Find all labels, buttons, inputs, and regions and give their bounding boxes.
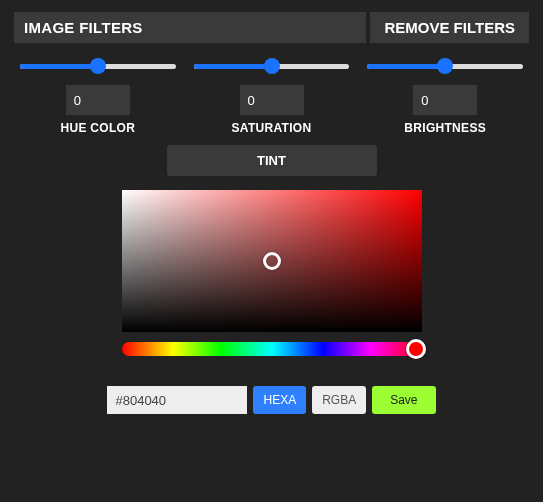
hue-slider[interactable] bbox=[20, 57, 176, 75]
saturation-label: SATURATION bbox=[232, 121, 312, 135]
remove-filters-button[interactable]: REMOVE FILTERS bbox=[370, 12, 529, 43]
rgba-mode-button[interactable]: RGBA bbox=[312, 386, 366, 414]
color-hue-thumb[interactable] bbox=[406, 339, 426, 359]
hexa-mode-button[interactable]: HEXA bbox=[253, 386, 306, 414]
saturation-slider-thumb[interactable] bbox=[264, 58, 280, 74]
save-color-button[interactable]: Save bbox=[372, 386, 435, 414]
saturation-slider-fill bbox=[194, 64, 272, 69]
brightness-value-input[interactable] bbox=[413, 85, 477, 115]
color-hue-bar[interactable] bbox=[122, 342, 422, 356]
saturation-slider[interactable] bbox=[194, 57, 350, 75]
hue-value-input[interactable] bbox=[66, 85, 130, 115]
hex-input[interactable] bbox=[107, 386, 247, 414]
color-sv-cursor[interactable] bbox=[263, 252, 281, 270]
brightness-slider[interactable] bbox=[367, 57, 523, 75]
saturation-value-input[interactable] bbox=[240, 85, 304, 115]
hue-slider-thumb[interactable] bbox=[90, 58, 106, 74]
tint-button[interactable]: TINT bbox=[167, 145, 377, 176]
color-saturation-value-area[interactable] bbox=[122, 190, 422, 332]
brightness-slider-fill bbox=[367, 64, 445, 69]
hue-label: HUE COLOR bbox=[60, 121, 135, 135]
panel-title: IMAGE FILTERS bbox=[14, 12, 366, 43]
brightness-slider-thumb[interactable] bbox=[437, 58, 453, 74]
brightness-label: BRIGHTNESS bbox=[404, 121, 486, 135]
hue-slider-fill bbox=[20, 64, 98, 69]
